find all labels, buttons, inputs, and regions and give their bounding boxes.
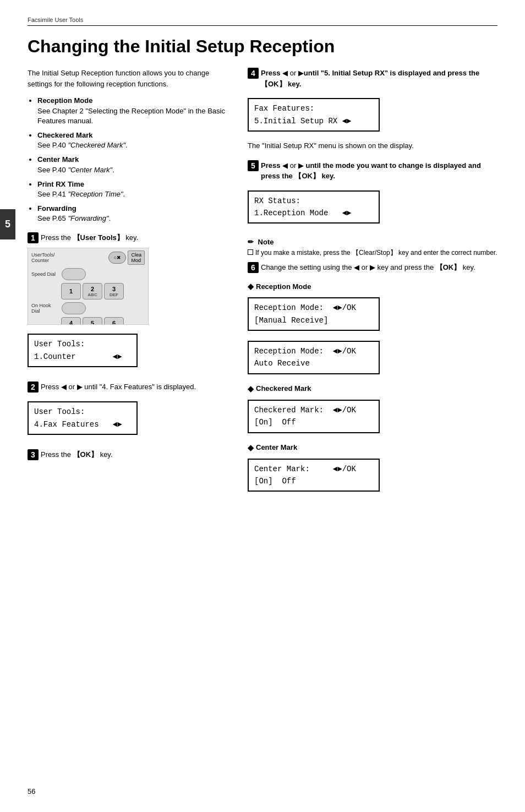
kbd-numpad: 1 2ABC 3DEF [61,283,145,299]
kbd-circle-btn: ○✖ [108,252,126,264]
list-item: Center Mark See P.40 "Center Mark". [37,155,231,175]
step-4: 4 Press ◀ or ▶until "5. Initial Setup RX… [248,68,497,151]
lcd-center: Center Mark: ◄►/OK [On] Off [248,459,380,492]
lcd-line1: Center Mark: ◄►/OK [254,463,373,475]
section-center-title: ◆ Center Mark [248,443,497,452]
lcd-line2: 1.Reception Mode ◄► [254,207,373,219]
keyboard-image: UserTools/Counter ○✖ CleaMod Speed Dial [28,248,149,325]
step-2: 2 Press ◀ or ▶ until "4. Fax Features" i… [28,382,231,440]
kbd-speed-oval [62,268,86,280]
right-column: 4 Press ◀ or ▶until "5. Initial Setup RX… [248,68,497,497]
list-item: Reception Mode See Chapter 2 "Selecting … [37,96,231,126]
page-number: 56 [28,787,35,795]
chapter-tab: 5 [0,209,15,239]
lcd-checkered: Checkered Mark: ◄►/OK [On] Off [248,400,380,433]
left-column: The Initial Setup Reception function all… [28,68,231,497]
lcd-line1: RX Status: [254,195,373,207]
list-item: Print RX Time See P.41 "Reception Time". [37,179,231,199]
step-1: 1 Press the 【User Tools】 key. UserTools/… [28,232,231,373]
kbd-key-3: 3DEF [104,283,124,299]
bullet-title: Print RX Time [37,180,84,188]
step-5-text: Press ◀ or ▶ until the mode you want to … [261,160,497,182]
section-title-text: Reception Mode [256,282,311,291]
step-4-text: Press ◀ or ▶until "5. Initial Setup RX" … [261,68,497,89]
step-number-1: 1 [28,232,39,243]
bullet-sub: See P.65 "Forwarding". [37,214,111,222]
kbd-speed-label: Speed Dial [31,271,60,277]
list-item: Forwarding See P.65 "Forwarding". [37,204,231,224]
lcd-step2: User Tools: 4.Fax Features ◄► [28,401,138,435]
kbd-usertool-label: UserTools/Counter [31,252,55,264]
note-bullet [248,249,253,255]
lcd-line1: User Tools: [34,338,131,350]
lcd-line2: 1.Counter ◄► [34,351,131,363]
note-section: ✏ Note If you make a mistake, press the … [248,238,497,258]
list-item: Checkered Mark See P.40 "Checkered Mark"… [37,130,231,150]
kbd-key-4: 4GHI [61,317,81,325]
intro-text: The Initial Setup Reception function all… [28,68,231,89]
step-3-text: Press the 【OK】 key. [41,449,231,460]
section-checkered-text: Checkered Mark [256,384,311,393]
note-title: ✏ Note [248,238,497,246]
lcd-step4: Fax Features: 5.Initial Setup RX ◄► [248,98,380,132]
lcd-line2: Auto Receive [254,357,373,369]
lcd-line2: [On] Off [254,475,373,487]
kbd-onhook-label: On Hook Dial [31,303,60,315]
bullet-title: Checkered Mark [37,131,92,139]
note-item-1: If you make a mistake, press the 【Clear/… [248,248,497,258]
section-center-text: Center Mark [256,443,297,451]
bullet-title: Forwarding [37,204,76,212]
bullet-title: Reception Mode [37,96,92,105]
step-number-4: 4 [248,68,259,79]
page-title: Changing the Initial Setup Reception [28,36,497,57]
lcd-line2: [On] Off [254,416,373,428]
feature-list: Reception Mode See Chapter 2 "Selecting … [37,96,231,224]
kbd-onhook-oval [62,302,86,314]
step-number-6: 6 [248,262,259,273]
lcd-line1: User Tools: [34,406,131,418]
step-6: 6 Change the setting using the ◀ or ▶ ke… [248,262,497,273]
bullet-sub: See P.41 "Reception Time". [37,190,125,198]
kbd-key-5: 5JKL [83,317,102,325]
lcd-line1: Checkered Mark: ◄►/OK [254,404,373,416]
step-2-text: Press ◀ or ▶ until "4. Fax Features" is … [41,382,231,393]
diamond-icon: ◆ [248,282,254,291]
kbd-numpad-2: 4GHI 5JKL 6MNO [61,317,145,325]
step-5: 5 Press ◀ or ▶ until the mode you want t… [248,160,497,230]
lcd-line1: Reception Mode: ◄►/OK [254,302,373,314]
main-content: The Initial Setup Reception function all… [28,68,497,497]
step-number-5: 5 [248,160,259,171]
lcd-step1: User Tools: 1.Counter ◄► [28,334,138,367]
lcd-line2: 4.Fax Features ◄► [34,418,131,430]
kbd-key-1: 1 [61,283,81,299]
lcd-step5: RX Status: 1.Reception Mode ◄► [248,190,380,224]
bullet-sub: See P.40 "Center Mark". [37,166,114,174]
diamond-icon-3: ◆ [248,443,254,452]
breadcrumb: Facsimile User Tools [28,17,497,26]
lcd-line1: Reception Mode: ◄►/OK [254,345,373,357]
step-4-after-text: The "Initial Setup RX" menu is shown on … [248,140,497,151]
step-number-2: 2 [28,382,39,393]
step-6-text: Change the setting using the ◀ or ▶ key … [261,262,497,273]
lcd-line2: [Manual Receive] [254,314,373,326]
lcd-reception-2: Reception Mode: ◄►/OK Auto Receive [248,341,380,374]
kbd-key-2: 2ABC [83,283,102,299]
bullet-sub: See Chapter 2 "Selecting the Reception M… [37,107,225,125]
page-container: 5 Facsimile User Tools Changing the Init… [0,0,525,812]
step-1-text: Press the 【User Tools】 key. [41,232,231,243]
bullet-title: Center Mark [37,155,79,164]
diamond-icon-2: ◆ [248,384,254,393]
lcd-reception-1: Reception Mode: ◄►/OK [Manual Receive] [248,297,380,331]
bullet-sub: See P.40 "Checkered Mark". [37,141,128,149]
kbd-clear-btn: CleaMod [128,250,145,265]
step-3: 3 Press the 【OK】 key. [28,449,231,460]
section-reception-mode-title: ◆ Reception Mode [248,282,497,291]
step-number-3: 3 [28,449,39,460]
note-text: If you make a mistake, press the 【Clear/… [255,248,497,258]
lcd-line2: 5.Initial Setup RX ◄► [254,115,373,127]
section-checkered-title: ◆ Checkered Mark [248,384,497,393]
lcd-line1: Fax Features: [254,102,373,115]
kbd-key-6: 6MNO [104,317,124,325]
